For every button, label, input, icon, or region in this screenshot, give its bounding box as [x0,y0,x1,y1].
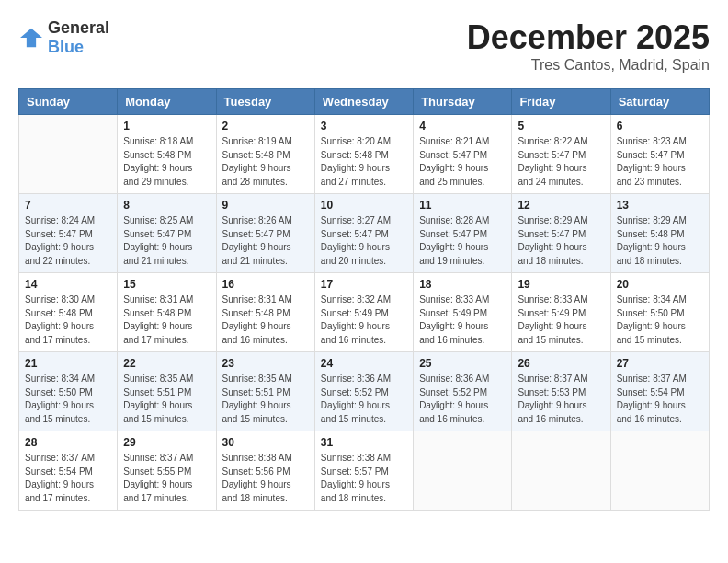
day-info: Sunrise: 8:29 AMSunset: 5:47 PMDaylight:… [518,214,604,268]
column-header-friday: Friday [512,89,610,115]
day-number: 19 [518,278,604,291]
day-cell: 16Sunrise: 8:31 AMSunset: 5:48 PMDayligh… [216,273,314,352]
day-cell: 13Sunrise: 8:29 AMSunset: 5:48 PMDayligh… [610,194,709,273]
day-cell: 3Sunrise: 8:20 AMSunset: 5:48 PMDaylight… [314,115,413,194]
day-number: 9 [222,199,309,212]
day-info: Sunrise: 8:29 AMSunset: 5:48 PMDaylight:… [617,214,703,268]
day-number: 16 [222,278,309,291]
day-cell: 26Sunrise: 8:37 AMSunset: 5:53 PMDayligh… [512,352,610,431]
day-number: 24 [321,357,407,370]
day-info: Sunrise: 8:31 AMSunset: 5:48 PMDaylight:… [123,293,210,347]
day-cell: 22Sunrise: 8:35 AMSunset: 5:51 PMDayligh… [118,352,216,431]
day-number: 4 [419,120,506,132]
day-number: 8 [123,199,210,212]
day-cell: 9Sunrise: 8:26 AMSunset: 5:47 PMDaylight… [216,194,314,273]
day-cell: 18Sunrise: 8:33 AMSunset: 5:49 PMDayligh… [414,273,512,352]
day-number: 25 [419,357,506,370]
day-info: Sunrise: 8:23 AMSunset: 5:47 PMDaylight:… [617,135,703,189]
day-info: Sunrise: 8:37 AMSunset: 5:54 PMDaylight:… [617,373,703,426]
day-number: 22 [123,357,210,370]
day-info: Sunrise: 8:18 AMSunset: 5:48 PMDaylight:… [123,135,210,189]
logo: General Blue [18,18,109,57]
day-cell: 11Sunrise: 8:28 AMSunset: 5:47 PMDayligh… [414,194,512,273]
day-cell: 19Sunrise: 8:33 AMSunset: 5:49 PMDayligh… [512,273,610,352]
day-info: Sunrise: 8:25 AMSunset: 5:47 PMDaylight:… [123,214,210,268]
day-info: Sunrise: 8:37 AMSunset: 5:54 PMDaylight:… [25,452,111,505]
svg-marker-0 [20,29,42,48]
month-title: December 2025 [467,18,710,57]
day-info: Sunrise: 8:35 AMSunset: 5:51 PMDaylight:… [123,373,210,426]
day-info: Sunrise: 8:27 AMSunset: 5:47 PMDaylight:… [321,214,407,268]
day-cell [19,115,118,194]
day-cell: 25Sunrise: 8:36 AMSunset: 5:52 PMDayligh… [414,352,512,431]
day-info: Sunrise: 8:28 AMSunset: 5:47 PMDaylight:… [419,214,506,268]
day-number: 12 [518,199,604,212]
day-info: Sunrise: 8:37 AMSunset: 5:55 PMDaylight:… [123,452,210,505]
day-cell: 4Sunrise: 8:21 AMSunset: 5:47 PMDaylight… [414,115,512,194]
day-number: 10 [321,199,407,212]
day-number: 28 [25,436,111,449]
column-header-tuesday: Tuesday [216,89,314,115]
logo-text-blue: Blue [48,38,84,56]
logo-text-general: General [48,18,109,37]
day-number: 14 [25,278,111,291]
day-number: 27 [617,357,703,370]
column-header-saturday: Saturday [610,89,709,115]
day-cell: 15Sunrise: 8:31 AMSunset: 5:48 PMDayligh… [118,273,216,352]
day-info: Sunrise: 8:35 AMSunset: 5:51 PMDaylight:… [222,373,309,426]
day-number: 21 [25,357,111,370]
week-row-3: 14Sunrise: 8:30 AMSunset: 5:48 PMDayligh… [19,273,710,352]
day-number: 11 [419,199,506,212]
day-number: 2 [222,120,309,132]
day-number: 15 [123,278,210,291]
day-cell: 2Sunrise: 8:19 AMSunset: 5:48 PMDaylight… [216,115,314,194]
day-number: 17 [321,278,407,291]
location-title: Tres Cantos, Madrid, Spain [467,57,710,74]
day-number: 26 [518,357,604,370]
day-cell: 30Sunrise: 8:38 AMSunset: 5:56 PMDayligh… [216,431,314,511]
day-info: Sunrise: 8:22 AMSunset: 5:47 PMDaylight:… [518,135,604,189]
day-cell [512,431,610,511]
header-row: SundayMondayTuesdayWednesdayThursdayFrid… [19,89,710,115]
day-cell: 6Sunrise: 8:23 AMSunset: 5:47 PMDaylight… [610,115,709,194]
day-cell: 20Sunrise: 8:34 AMSunset: 5:50 PMDayligh… [610,273,709,352]
day-info: Sunrise: 8:30 AMSunset: 5:48 PMDaylight:… [25,293,111,347]
day-info: Sunrise: 8:31 AMSunset: 5:48 PMDaylight:… [222,293,309,347]
day-number: 29 [123,436,210,449]
day-cell: 7Sunrise: 8:24 AMSunset: 5:47 PMDaylight… [19,194,118,273]
day-info: Sunrise: 8:20 AMSunset: 5:48 PMDaylight:… [321,135,407,189]
column-header-monday: Monday [118,89,216,115]
day-info: Sunrise: 8:37 AMSunset: 5:53 PMDaylight:… [518,373,604,426]
header: General Blue December 2025 Tres Cantos, … [18,18,710,74]
day-info: Sunrise: 8:33 AMSunset: 5:49 PMDaylight:… [419,293,506,347]
week-row-5: 28Sunrise: 8:37 AMSunset: 5:54 PMDayligh… [19,431,710,511]
column-header-sunday: Sunday [19,89,118,115]
day-info: Sunrise: 8:34 AMSunset: 5:50 PMDaylight:… [25,373,111,426]
day-info: Sunrise: 8:32 AMSunset: 5:49 PMDaylight:… [321,293,407,347]
day-cell: 10Sunrise: 8:27 AMSunset: 5:47 PMDayligh… [314,194,413,273]
day-cell: 23Sunrise: 8:35 AMSunset: 5:51 PMDayligh… [216,352,314,431]
column-header-wednesday: Wednesday [314,89,413,115]
day-info: Sunrise: 8:24 AMSunset: 5:47 PMDaylight:… [25,214,111,268]
day-info: Sunrise: 8:33 AMSunset: 5:49 PMDaylight:… [518,293,604,347]
day-cell: 5Sunrise: 8:22 AMSunset: 5:47 PMDaylight… [512,115,610,194]
day-number: 30 [222,436,309,449]
day-info: Sunrise: 8:19 AMSunset: 5:48 PMDaylight:… [222,135,309,189]
week-row-1: 1Sunrise: 8:18 AMSunset: 5:48 PMDaylight… [19,115,710,194]
day-info: Sunrise: 8:21 AMSunset: 5:47 PMDaylight:… [419,135,506,189]
day-number: 23 [222,357,309,370]
day-info: Sunrise: 8:26 AMSunset: 5:47 PMDaylight:… [222,214,309,268]
day-cell: 31Sunrise: 8:38 AMSunset: 5:57 PMDayligh… [314,431,413,511]
calendar: SundayMondayTuesdayWednesdayThursdayFrid… [18,88,710,511]
day-number: 5 [518,120,604,132]
day-cell [414,431,512,511]
day-info: Sunrise: 8:36 AMSunset: 5:52 PMDaylight:… [419,373,506,426]
day-number: 7 [25,199,111,212]
day-info: Sunrise: 8:38 AMSunset: 5:57 PMDaylight:… [321,452,407,505]
day-cell: 8Sunrise: 8:25 AMSunset: 5:47 PMDaylight… [118,194,216,273]
day-cell [610,431,709,511]
title-area: December 2025 Tres Cantos, Madrid, Spain [467,18,710,74]
day-number: 18 [419,278,506,291]
day-cell: 28Sunrise: 8:37 AMSunset: 5:54 PMDayligh… [19,431,118,511]
day-cell: 17Sunrise: 8:32 AMSunset: 5:49 PMDayligh… [314,273,413,352]
